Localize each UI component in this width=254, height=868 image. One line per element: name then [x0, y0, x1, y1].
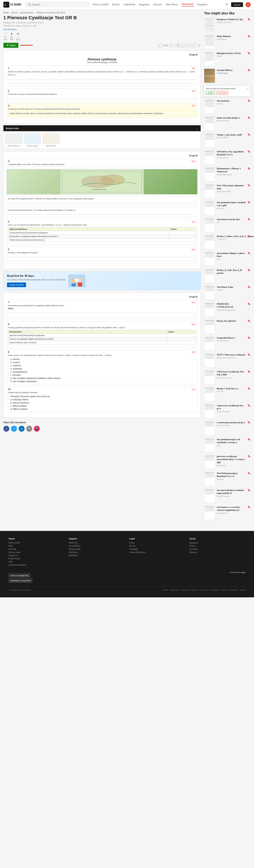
- nav-what-is-scribd[interactable]: What is Scribd?: [93, 3, 109, 6]
- footer-link-instagram[interactable]: Instagram: [189, 541, 246, 544]
- nav-magazines[interactable]: Magazines: [139, 3, 150, 6]
- footer-bottom-snapshots[interactable]: Snapshots: [221, 589, 228, 591]
- footer-link-gifts[interactable]: Gifts: [8, 561, 65, 563]
- bookmark-icon-3[interactable]: 🔖: [248, 68, 251, 72]
- fullscreen-button[interactable]: ⤢: [198, 43, 201, 47]
- bookmark-icon-18[interactable]: 🔖: [248, 336, 251, 339]
- bookmark-icon-6[interactable]: 🔖: [248, 133, 251, 136]
- bookmark-icon-19[interactable]: 🔖: [248, 353, 251, 356]
- sidebar-doc-title-2[interactable]: Biologize Kacka z Życia: [217, 52, 246, 55]
- footer-link-pinterest[interactable]: Pinterest: [189, 551, 246, 553]
- sidebar-doc-title-10[interactable]: test podsumowujacy rozdzial 1 gr a.pdf: [217, 201, 246, 207]
- footer-link-terms[interactable]: Terms: [129, 541, 185, 544]
- bookmark-icon-14[interactable]: 🔖: [248, 269, 251, 272]
- sidebar-doc-title-20[interactable]: 3 Pierwsze Cywilizacje Test GR a PDF: [217, 370, 246, 376]
- google-play-button[interactable]: Get it on Google Play: [8, 574, 30, 578]
- footer-bottom-podcasts[interactable]: Podcasts: [191, 589, 197, 591]
- next-page-button[interactable]: ›: [169, 43, 173, 47]
- upload-button[interactable]: Upload: [231, 2, 243, 7]
- sidebar-doc-subtitle-3[interactable]: Ancient Egypt: [217, 72, 246, 74]
- sidebar-doc-title-3[interactable]: Ancient History: [217, 68, 246, 71]
- full-description-link[interactable]: Full description: [3, 28, 201, 30]
- bookmark-icon-12[interactable]: 🔖: [248, 235, 251, 238]
- nav-sheet-music[interactable]: Sheet Music: [165, 3, 178, 6]
- bookmark-icon-0[interactable]: 🔖: [248, 18, 251, 21]
- footer-bottom-sheet-music[interactable]: Sheet Music: [199, 589, 209, 591]
- sidebar-doc-title-9[interactable]: Test: Odczytamy tajemnice map: [217, 184, 246, 190]
- bookmark-icon-7[interactable]: 🔖: [248, 150, 251, 153]
- bookmark-icon-13[interactable]: 🔖: [248, 252, 251, 255]
- search-input[interactable]: [32, 3, 87, 6]
- app-store-button[interactable]: Download on App Store: [8, 579, 32, 583]
- nav-snapshots[interactable]: Snapshots: [197, 3, 208, 6]
- nav-documents[interactable]: Documents: [182, 3, 194, 6]
- bookmark-icon-27[interactable]: 🔖: [248, 489, 251, 492]
- footer-link-facebook[interactable]: Facebook: [189, 548, 246, 550]
- bookmark-icon-15[interactable]: 🔖: [248, 285, 251, 289]
- sidebar-doc-title-19[interactable]: TEST 1 Pierwsze cywilizacje: [217, 353, 246, 356]
- share-facebook-button[interactable]: f: [3, 426, 9, 432]
- nav-ebooks[interactable]: Ebooks: [112, 3, 120, 6]
- related-item-2[interactable]: Test Document: [24, 133, 41, 147]
- feedback-useful-button[interactable]: useful: [206, 91, 215, 95]
- sidebar-doc-title-23[interactable]: 2-starozytne-grecja-test-gr-e: [217, 421, 246, 424]
- bookmark-icon-21[interactable]: 🔖: [248, 387, 251, 390]
- bookmark-icon-2[interactable]: 🔖: [248, 52, 251, 55]
- bookmark-icon-4[interactable]: 🔖: [248, 99, 251, 102]
- bookmark-icon-20[interactable]: 🔖: [248, 370, 251, 373]
- promo-invite-button[interactable]: Invite Friends: [7, 282, 26, 287]
- bookmark-icon-11[interactable]: 🔖: [248, 218, 251, 221]
- footer-link-purchase[interactable]: Purchase help: [69, 548, 125, 550]
- bookmark-icon-28[interactable]: 🔖: [248, 505, 251, 509]
- share-twitter-button[interactable]: 𝕏: [11, 426, 17, 432]
- nav-podcasts[interactable]: Podcasts: [153, 3, 162, 6]
- sidebar-doc-title-7[interactable]: Od Państw Ory zagraźbnie Rozdział 2 Gr A: [217, 150, 246, 156]
- sidebar-doc-title-25[interactable]: pierwsze cywilizacje sprawdzian klasa 5 …: [217, 455, 246, 464]
- sidebar-doc-title-4[interactable]: Test b(2).doc: [217, 99, 246, 102]
- sidebar-doc-title-1[interactable]: Moja Historia: [217, 35, 246, 38]
- footer-bottom-documents[interactable]: Documents: [210, 589, 219, 591]
- breadcrumb-history[interactable]: History: [11, 11, 18, 14]
- sidebar-doc-title-14[interactable]: Brainy_6_Unit_Test_6_B perfect: [217, 269, 246, 275]
- bookmark-icon-24[interactable]: 🔖: [248, 438, 251, 441]
- footer-link-cookies[interactable]: Cookie Preferences: [129, 551, 185, 553]
- footer-bottom-audiobooks[interactable]: Audiobooks: [170, 589, 179, 591]
- footer-link-help[interactable]: Help/FAQ: [69, 541, 125, 544]
- footer-link-blog[interactable]: Our blog: [8, 548, 65, 550]
- sidebar-doc-title-24[interactable]: test podsumowujacy do rozdzialu 1 wersja…: [217, 438, 246, 444]
- footer-link-twitter[interactable]: Twitter: [189, 545, 246, 547]
- share-email-button[interactable]: ✉: [26, 426, 32, 432]
- footer-link-invite[interactable]: Invite Friends: [8, 557, 65, 560]
- related-item-3[interactable]: Historia Test: [42, 133, 60, 147]
- bookmark-icon-25[interactable]: 🔖: [248, 455, 251, 458]
- related-item-1[interactable]: Ancient History: [5, 133, 22, 147]
- sidebar-doc-title-12[interactable]: Brainy_5_Short_Tests_List_1_3_answer_3: [217, 235, 246, 238]
- logo[interactable]: S SCRIBD: [3, 2, 21, 8]
- save-button[interactable]: ▼ Save: [3, 43, 19, 48]
- nav-audiobooks[interactable]: Audiobooks: [123, 3, 136, 6]
- sidebar-doc-title-15[interactable]: Test Klasa N.doc: [217, 285, 246, 288]
- prev-page-button[interactable]: ‹: [158, 43, 161, 47]
- bookmark-icon-17[interactable]: 🔖: [248, 319, 251, 322]
- sidebar-doc-title-26[interactable]: Test Podsumowujący Rozdział 2 Gr 1 b: [217, 472, 246, 478]
- footer-link-adchoices[interactable]: AdChoices: [69, 551, 125, 553]
- footer-link-about-scribd[interactable]: About Scribd: [8, 541, 65, 544]
- related-titles-toggle[interactable]: −: [197, 127, 198, 129]
- bookmark-icon-10[interactable]: 🔖: [248, 201, 251, 204]
- bookmark-icon-5[interactable]: 🔖: [248, 116, 251, 119]
- sidebar-doc-title-13[interactable]: sprawdzian Chłopcy z placu bowi: [217, 252, 246, 258]
- sidebar-doc-title-11[interactable]: Starożytna Gracja Test: [217, 218, 246, 221]
- bookmark-icon-16[interactable]: 🔖: [248, 302, 251, 306]
- language-selector[interactable]: PL: [226, 3, 229, 6]
- bookmark-icon-26[interactable]: 🔖: [248, 472, 251, 475]
- breadcrumb-ancient-history[interactable]: Ancient History: [20, 11, 33, 14]
- footer-language-value[interactable]: English: [240, 589, 246, 591]
- footer-link-copyright[interactable]: Copyright: [129, 548, 185, 550]
- sidebar-doc-title-28[interactable]: test lustowe 1 cywentyz-cyfrowe-angielst…: [217, 505, 246, 512]
- footer-link-contact[interactable]: Contact Us: [8, 554, 65, 557]
- sidebar-doc-title-21[interactable]: Brainy 5 Unit Test 2 a: [217, 387, 246, 390]
- bookmark-icon-23[interactable]: 🔖: [248, 421, 251, 424]
- sidebar-doc-title-27[interactable]: test-sprawdzajacy-rozdzial-mapa-polski 1…: [217, 489, 246, 495]
- footer-link-press[interactable]: Press: [8, 545, 65, 547]
- footer-link-publishers[interactable]: Publishers: [69, 554, 125, 557]
